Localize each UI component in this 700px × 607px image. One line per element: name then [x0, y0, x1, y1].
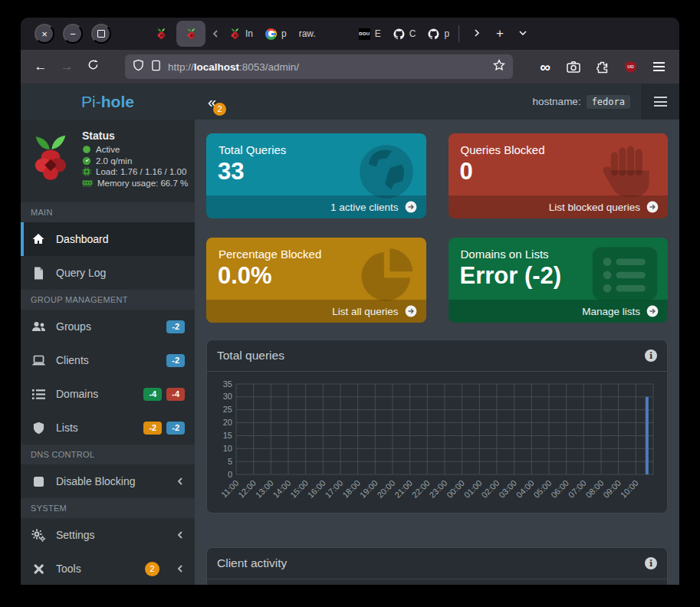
svg-text:16:00: 16:00: [306, 478, 327, 500]
list-icon: [32, 389, 45, 400]
hostname-value: fedora: [587, 95, 630, 109]
browser-tab-8[interactable]: p: [422, 21, 455, 47]
info-icon[interactable]: i: [645, 349, 657, 362]
count-badge: -4: [166, 388, 185, 401]
extensions-puzzle-icon[interactable]: [593, 58, 610, 75]
svg-text:04:00: 04:00: [514, 478, 536, 500]
sidebar-item-label: Groups: [56, 320, 91, 333]
plus-icon: +: [496, 26, 504, 41]
tab-title: p: [444, 28, 449, 39]
main-content: Total Queries331 active clientsQueries B…: [195, 120, 679, 585]
count-badge: -2: [166, 354, 185, 367]
top-navbar: « 2 hostname: fedora: [195, 84, 679, 120]
card-footer-label: Manage lists: [582, 306, 640, 317]
sidebar-item-tools[interactable]: Tools2: [21, 552, 195, 585]
card-footer-link[interactable]: List blocked queries: [449, 195, 669, 218]
sidebar-item-lists[interactable]: Lists-2-2: [21, 411, 195, 445]
sidebar-item-label: Dashboard: [56, 233, 109, 245]
svg-text:00:00: 00:00: [445, 478, 466, 500]
card-footer-link[interactable]: Manage lists: [449, 300, 669, 323]
header-menu-button[interactable]: [641, 84, 679, 120]
svg-text:06:00: 06:00: [549, 478, 570, 500]
info-icon[interactable]: i: [645, 557, 657, 569]
list-all-tabs-button[interactable]: [511, 22, 534, 45]
page-info-icon[interactable]: [151, 60, 161, 74]
tab-divider: [458, 25, 459, 42]
sidebar-item-groups[interactable]: Groups-2: [21, 310, 195, 343]
tracking-protection-shield-icon[interactable]: [133, 59, 144, 74]
status-row: Load: 1.76 / 1.16 / 1.00: [82, 167, 188, 176]
svg-text:UO: UO: [627, 64, 634, 69]
browser-tab-2[interactable]: [176, 21, 205, 47]
browser-toolbar: ← → http://localhost:8053/admin/ ∞ UO: [21, 50, 679, 84]
sidebar-item-disable-blocking[interactable]: Disable Blocking: [21, 464, 195, 498]
svg-text:25: 25: [223, 405, 232, 414]
svg-text:22:00: 22:00: [410, 478, 432, 500]
status-text: 2.0 q/min: [96, 156, 132, 166]
sidebar-toggle-button[interactable]: « 2: [208, 94, 228, 110]
chevron-down-icon: [518, 26, 527, 41]
containers-icon[interactable]: ∞: [537, 58, 554, 75]
menu-hamburger-icon[interactable]: [650, 58, 667, 75]
close-window-button[interactable]: ×: [35, 24, 54, 44]
forward-button[interactable]: →: [56, 56, 77, 77]
svg-text:18:00: 18:00: [340, 478, 362, 500]
sidebar-item-clients[interactable]: Clients-2: [21, 343, 195, 377]
url-text: http://localhost:8053/admin/: [168, 61, 486, 73]
svg-text:09:00: 09:00: [601, 478, 623, 500]
url-bar[interactable]: http://localhost:8053/admin/: [125, 54, 513, 79]
back-button[interactable]: ←: [30, 56, 51, 77]
sidebar-item-label: Lists: [56, 422, 78, 434]
gears-icon: [31, 529, 46, 542]
browser-tab-6[interactable]: DOUE: [353, 21, 387, 47]
sidebar-item-settings[interactable]: Settings: [21, 518, 195, 552]
reload-button[interactable]: [82, 56, 104, 77]
card-footer-label: List all queries: [332, 306, 398, 317]
sidebar-item-dashboard[interactable]: Dashboard: [21, 222, 195, 256]
shield-icon: [33, 422, 44, 435]
tab-title: C: [409, 28, 416, 39]
status-row: 2.0 q/min: [82, 156, 188, 166]
svg-text:17:00: 17:00: [323, 478, 344, 500]
scroll-tabs-right-button[interactable]: [465, 22, 488, 45]
chevron-right-icon: [472, 26, 481, 41]
new-tab-button[interactable]: +: [488, 22, 511, 45]
svg-text:01:00: 01:00: [462, 478, 484, 500]
count-badge: 2: [145, 562, 159, 576]
card-percentage-blocked: Percentage Blocked0.0%List all queries: [206, 238, 426, 323]
svg-text:07:00: 07:00: [567, 478, 588, 500]
card-value: 33: [206, 156, 426, 187]
sidebar-section-dns-control: DNS CONTROL: [21, 445, 195, 464]
minimize-window-button[interactable]: −: [63, 24, 83, 44]
bookmark-star-icon[interactable]: [493, 59, 505, 74]
tab-title: E: [375, 28, 381, 39]
browser-tab-1[interactable]: [148, 21, 174, 47]
ublock-origin-icon[interactable]: UO: [622, 58, 639, 75]
card-footer-link[interactable]: 1 active clients: [206, 195, 426, 218]
browser-tab-4[interactable]: p: [259, 21, 293, 47]
pihole-logo: Pi-hole: [21, 84, 195, 120]
maximize-window-button[interactable]: [91, 24, 111, 44]
status-dot-icon: [82, 145, 91, 154]
count-badge: -2: [166, 422, 185, 435]
file-icon: [33, 267, 44, 280]
sidebar-item-label: Tools: [56, 563, 81, 575]
sidebar-section-main: MAIN: [21, 202, 195, 222]
tab-strip: Inpraw.DOUECp: [148, 18, 455, 50]
sidebar: Status Active2.0 q/minLoad: 1.76 / 1.16 …: [21, 120, 195, 585]
card-footer-link[interactable]: List all queries: [206, 300, 426, 323]
scroll-tabs-left-button[interactable]: [211, 29, 220, 38]
cpu-icon: [82, 167, 91, 176]
browser-tab-3[interactable]: In: [223, 21, 259, 47]
svg-text:30: 30: [223, 392, 232, 401]
github-icon: [428, 28, 439, 40]
screenshot-camera-icon[interactable]: [565, 58, 582, 75]
sidebar-section-group-management: GROUP MANAGEMENT: [21, 290, 195, 310]
browser-tab-5[interactable]: raw.: [293, 21, 353, 47]
card-title: Queries Blocked: [449, 133, 669, 156]
sidebar-item-domains[interactable]: Domains-4-4: [21, 377, 195, 411]
panel-header: Total queries i: [207, 340, 667, 372]
browser-tab-7[interactable]: C: [387, 21, 422, 47]
total-queries-chart[interactable]: 0510152025303511:0012:0013:0014:0015:001…: [213, 378, 659, 510]
sidebar-item-query-log[interactable]: Query Log: [21, 256, 195, 290]
